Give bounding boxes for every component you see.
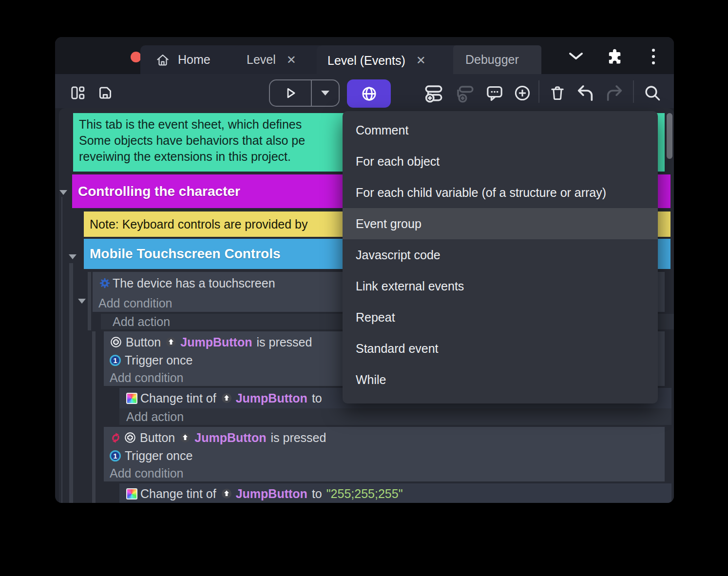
delete-button[interactable] (546, 81, 569, 105)
toolbar-separator (538, 80, 539, 103)
condition-text: The device has a touchscreen (113, 276, 275, 290)
kebab-menu-icon (651, 47, 656, 66)
collapse-arrow-icon[interactable] (59, 190, 67, 195)
event-block: Button JumpButton is pressed 1 Trigger o… (104, 427, 665, 481)
play-icon (283, 86, 298, 100)
add-anything-button[interactable] (511, 81, 534, 105)
tab-home-label: Home (178, 53, 211, 67)
vertical-scrollbar-thumb[interactable] (667, 113, 672, 159)
jumpbutton-object-icon (165, 336, 177, 348)
add-comment-button[interactable] (483, 81, 506, 105)
plus-circle-icon (513, 83, 532, 103)
action-row[interactable]: Change tint of JumpButton to "255;255;25… (119, 483, 671, 503)
puzzle-icon (606, 47, 624, 66)
tab-level-events-close-icon[interactable]: ✕ (416, 55, 426, 66)
traffic-close-button[interactable] (131, 52, 141, 62)
search-icon (643, 83, 662, 103)
tab-home[interactable]: Home (140, 45, 246, 74)
add-event-context-menu: Comment For each object For each child v… (343, 111, 658, 403)
jumpbutton-object-icon (221, 392, 232, 404)
group-title: Controlling the character (78, 184, 240, 199)
preview-play-button[interactable] (270, 80, 311, 106)
preview-browser-button[interactable] (347, 79, 391, 108)
overflow-menu-button[interactable] (646, 47, 661, 66)
add-subevent-icon (455, 83, 475, 103)
condition-row[interactable]: Button JumpButton is pressed (104, 427, 665, 447)
collapse-arrow-icon[interactable] (78, 299, 86, 304)
addons-button[interactable] (605, 47, 625, 66)
toggle-panels-button[interactable] (68, 83, 87, 102)
tab-debugger[interactable]: Debugger (453, 45, 541, 74)
menu-item-link-external-events[interactable]: Link external events (343, 270, 658, 302)
collapse-chevron-button[interactable] (566, 48, 586, 64)
save-icon (97, 84, 114, 101)
tab-debugger-label: Debugger (465, 53, 519, 67)
tab-level[interactable]: Level ✕ (235, 45, 325, 74)
tree-guide-line (88, 272, 91, 330)
add-condition-link[interactable]: Add condition (104, 464, 665, 481)
group-title: Mobile Touchscreen Controls (90, 246, 281, 262)
tab-level-events[interactable]: Level (Events) ✕ (317, 45, 460, 76)
redo-button[interactable] (603, 81, 626, 105)
trigger-once-icon: 1 (110, 450, 121, 461)
home-icon (155, 53, 170, 67)
search-button[interactable] (641, 81, 664, 105)
tab-level-label: Level (247, 53, 276, 67)
tab-level-close-icon[interactable]: ✕ (287, 54, 296, 66)
menu-item-while[interactable]: While (343, 364, 658, 395)
menu-item-for-each-child-variable[interactable]: For each child variable (of a structure … (343, 177, 658, 208)
add-subevent-button[interactable] (453, 81, 477, 105)
condition-row[interactable]: 1 Trigger once (104, 447, 665, 464)
menu-item-standard-event[interactable]: Standard event (343, 333, 658, 364)
jumpbutton-object-icon (221, 488, 232, 499)
menu-item-comment[interactable]: Comment (343, 115, 658, 146)
touch-plugin-icon (98, 277, 111, 289)
titlebar: Home Level ✕ Level (Events) ✕ Debugger (55, 37, 674, 74)
globe-icon (361, 85, 378, 102)
add-action-link[interactable]: Add action (119, 408, 671, 425)
preview-dropdown-button[interactable] (312, 80, 339, 106)
jumpbutton-object-icon (179, 432, 191, 443)
gamepad-button-icon (110, 336, 122, 348)
note-text: Note: Keyboard controls are provided by (90, 217, 307, 231)
panels-layout-icon (70, 84, 86, 101)
tree-guide-line (69, 263, 73, 503)
tab-level-events-label: Level (Events) (327, 54, 405, 68)
trash-icon (549, 83, 566, 103)
menu-item-for-each-object[interactable]: For each object (343, 146, 658, 177)
add-event-button[interactable] (422, 81, 445, 105)
invert-condition-icon (110, 432, 122, 444)
tint-icon (126, 488, 137, 499)
toolbar (55, 74, 674, 108)
tree-guide-line (61, 197, 62, 503)
preview-split-button (269, 79, 340, 107)
toolbar-separator (633, 80, 634, 103)
tint-icon (126, 393, 137, 404)
undo-icon (575, 83, 595, 103)
undo-button[interactable] (574, 81, 597, 105)
menu-item-javascript-code[interactable]: Javascript code (343, 239, 658, 270)
menu-item-event-group[interactable]: Event group (343, 208, 658, 239)
tint-value: "255;255;255" (326, 487, 403, 501)
comment-bubble-icon (485, 83, 504, 103)
collapse-arrow-icon[interactable] (69, 254, 77, 259)
save-button[interactable] (96, 83, 115, 102)
trigger-once-icon: 1 (110, 355, 121, 366)
menu-item-repeat[interactable]: Repeat (343, 302, 658, 333)
caret-down-icon (321, 91, 329, 96)
tree-guide-line (92, 331, 96, 503)
gamepad-button-icon (124, 431, 136, 444)
redo-icon (605, 83, 624, 103)
add-event-icon (423, 83, 444, 103)
chevron-down-icon (568, 52, 584, 60)
